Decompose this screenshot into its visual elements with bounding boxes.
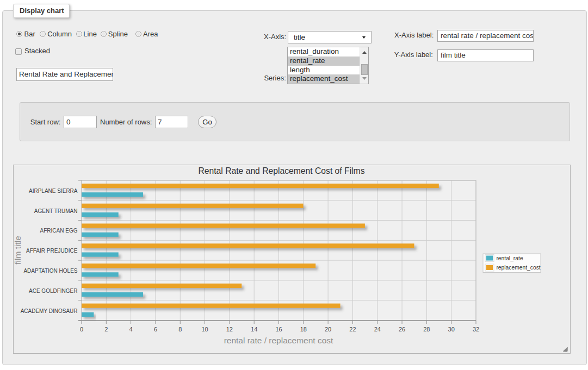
svg-text:AIRPLANE SIERRA: AIRPLANE SIERRA (29, 188, 78, 194)
svg-text:28: 28 (423, 326, 430, 333)
svg-text:replacement_cost: replacement_cost (496, 265, 540, 271)
svg-text:20: 20 (325, 326, 331, 333)
svg-text:24: 24 (374, 326, 381, 333)
svg-text:6: 6 (154, 326, 157, 333)
svg-text:ACADEMY DINOSAUR: ACADEMY DINOSAUR (21, 308, 78, 314)
svg-text:film title: film title (14, 236, 22, 265)
svg-text:rental rate / replacement cost: rental rate / replacement cost (224, 336, 333, 345)
svg-text:Rental Rate and Replacement Co: Rental Rate and Replacement Cost of Film… (198, 166, 364, 175)
svg-text:30: 30 (448, 326, 455, 333)
svg-text:18: 18 (300, 326, 307, 333)
svg-text:22: 22 (349, 326, 356, 333)
svg-text:10: 10 (201, 326, 208, 333)
svg-text:8: 8 (178, 326, 182, 333)
svg-text:rental_rate: rental_rate (496, 255, 523, 261)
svg-text:16: 16 (275, 326, 282, 333)
svg-text:AGENT TRUMAN: AGENT TRUMAN (34, 208, 78, 214)
svg-text:26: 26 (399, 326, 405, 333)
svg-text:AFFAIR PREJUDICE: AFFAIR PREJUDICE (26, 248, 78, 254)
svg-text:32: 32 (473, 326, 479, 333)
svg-text:12: 12 (226, 326, 233, 333)
svg-text:ACE GOLDFINGER: ACE GOLDFINGER (29, 288, 77, 294)
svg-text:ADAPTATION HOLES: ADAPTATION HOLES (23, 268, 77, 274)
svg-text:14: 14 (251, 326, 257, 333)
svg-text:0: 0 (80, 326, 83, 333)
svg-text:4: 4 (129, 326, 133, 333)
svg-text:2: 2 (104, 326, 108, 333)
svg-text:AFRICAN EGG: AFRICAN EGG (40, 228, 78, 234)
